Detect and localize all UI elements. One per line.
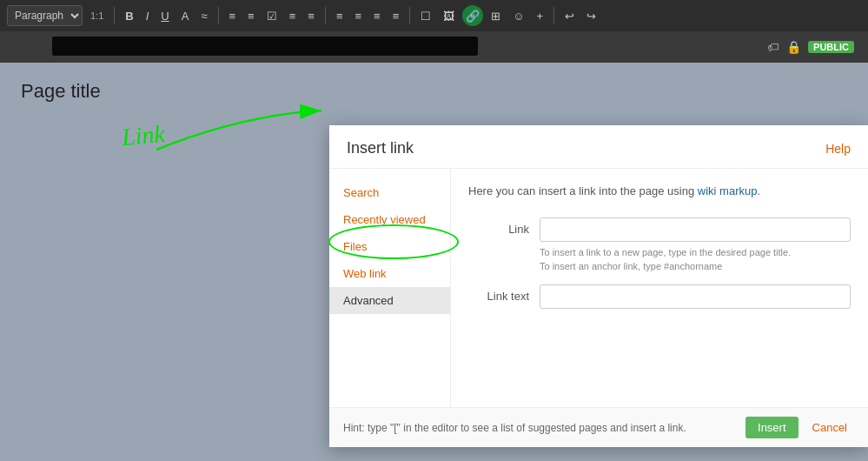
plus-btn[interactable]: + — [533, 5, 548, 26]
insert-button[interactable]: Insert — [745, 417, 798, 438]
editor-area[interactable]: Page title Link Insert link Help Search … — [0, 63, 868, 461]
table-btn[interactable]: ⊞ — [487, 5, 505, 26]
list-ol-btn[interactable]: ≡ — [243, 5, 259, 26]
separator-4 — [409, 7, 410, 24]
nav-web-link[interactable]: Web link — [329, 260, 450, 287]
underline-btn[interactable]: U — [156, 5, 173, 26]
public-badge: PUBLIC — [808, 41, 854, 53]
cancel-button[interactable]: Cancel — [805, 417, 854, 438]
outdent-btn[interactable]: ≡ — [303, 5, 319, 26]
page-title-input[interactable] — [14, 41, 760, 54]
link-text-field-row: Link text — [468, 284, 851, 309]
color-btn[interactable]: A — [177, 5, 194, 26]
media-btn[interactable]: ☐ — [416, 5, 435, 26]
insert-link-dialog: Insert link Help Search Recently viewed … — [329, 125, 868, 447]
paragraph-select[interactable]: Paragraph — [7, 5, 83, 26]
link-hint: To insert a link to a new page, type in … — [540, 245, 851, 274]
checkbox-btn[interactable]: ☑ — [262, 5, 282, 26]
link-input[interactable] — [540, 217, 851, 242]
undo-btn[interactable]: ↩ — [560, 5, 579, 26]
image-btn[interactable]: 🖼 — [439, 5, 459, 26]
dialog-body: Search Recently viewed Files Web link Ad… — [329, 169, 868, 407]
dialog-header: Insert link Help — [329, 125, 868, 169]
dialog-footer: Hint: type "[" in the editor to see a li… — [329, 407, 868, 447]
redo-btn[interactable]: ↪ — [582, 5, 600, 26]
link-text-input[interactable] — [540, 284, 851, 309]
nav-advanced[interactable]: Advanced — [329, 287, 450, 314]
italic-btn[interactable]: I — [142, 5, 154, 26]
footer-hint: Hint: type "[" in the editor to see a li… — [343, 422, 686, 434]
format-btn[interactable]: ≈ — [196, 5, 211, 26]
version-btn[interactable]: 1:1 — [86, 5, 108, 26]
link-label: Link — [468, 223, 529, 236]
dialog-sidebar: Search Recently viewed Files Web link Ad… — [329, 169, 451, 407]
nav-search[interactable]: Search — [329, 179, 450, 206]
emoji-btn[interactable]: ☺ — [508, 5, 528, 26]
dialog-overlay: Insert link Help Search Recently viewed … — [0, 63, 868, 461]
link-btn[interactable]: 🔗 — [462, 5, 483, 26]
separator-3 — [325, 7, 326, 24]
separator-5 — [553, 7, 554, 24]
dialog-intro: Here you can insert a link into the page… — [468, 183, 851, 200]
link-text-label: Link text — [468, 290, 529, 303]
wiki-markup-link[interactable]: wiki markup — [698, 184, 758, 197]
align-center-btn[interactable]: ≡ — [350, 5, 366, 26]
separator-1 — [114, 7, 115, 24]
footer-buttons: Insert Cancel — [745, 417, 854, 438]
dialog-title: Insert link — [347, 139, 414, 157]
bold-btn[interactable]: B — [121, 5, 137, 26]
toolbar: Paragraph 1:1 B I U A ≈ ≡ ≡ ☑ ≡ ≡ ≡ ≡ ≡ … — [0, 0, 868, 31]
align-left-btn[interactable]: ≡ — [332, 5, 348, 26]
dialog-content: Here you can insert a link into the page… — [451, 169, 868, 407]
align-right-btn[interactable]: ≡ — [369, 5, 385, 26]
help-link[interactable]: Help — [825, 142, 851, 156]
nav-files[interactable]: Files — [329, 233, 450, 260]
header-bar: 🏷 🔒 PUBLIC — [0, 31, 868, 63]
indent-btn[interactable]: ≡ — [285, 5, 301, 26]
align-justify-btn[interactable]: ≡ — [388, 5, 404, 26]
list-ul-btn[interactable]: ≡ — [225, 5, 241, 26]
lock-icon: 🔒 — [786, 40, 801, 54]
link-field-row: Link — [468, 217, 851, 242]
separator-2 — [218, 7, 219, 24]
nav-recently-viewed[interactable]: Recently viewed — [329, 206, 450, 233]
tag-icon: 🏷 — [767, 40, 779, 54]
